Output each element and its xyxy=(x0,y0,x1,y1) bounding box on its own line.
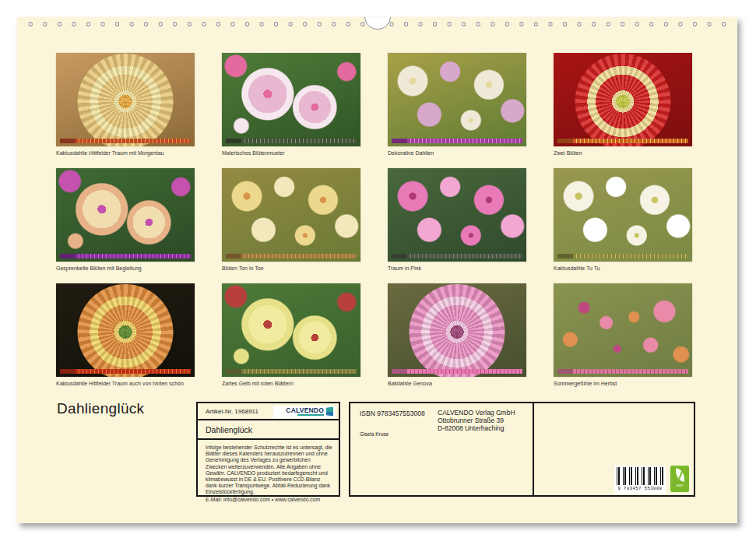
calendar-date-strip xyxy=(557,254,688,258)
photo-caption: Kaktusdahlie Tu Tu xyxy=(554,265,692,272)
dahlia-photo xyxy=(388,53,526,146)
calendar-thumbnail: Kaktusdahlie Hittfelder Traum auch von h… xyxy=(56,283,195,387)
dahlia-photo xyxy=(554,53,692,146)
eco-logo: eco xyxy=(670,466,689,492)
page-title: Dahlienglück xyxy=(57,400,144,417)
calvendo-flag-icon xyxy=(326,407,333,417)
dahlia-photo xyxy=(554,283,692,377)
calendar-thumbnail: Dekorative Dahlien xyxy=(388,53,526,156)
photo-caption: Kaktusdahlie Hittfelder Traum auch von h… xyxy=(56,380,195,387)
barcode-bars xyxy=(617,467,663,485)
calendar-thumbnail: Sommergefühle im Herbst xyxy=(554,283,692,387)
eco-label: eco xyxy=(677,483,683,487)
dahlia-photo xyxy=(56,283,195,377)
leaf-icon xyxy=(673,468,685,482)
calendar-date-strip xyxy=(392,254,522,258)
calendar-date-strip xyxy=(60,139,191,143)
calendar-thumbnail: Zartes Gelb mit roten Blättern xyxy=(222,283,360,387)
calendar-date-strip xyxy=(60,369,191,374)
barcode: 9 783457 553008 xyxy=(614,466,666,494)
calvendo-logo-text: CALVENDO xyxy=(286,407,324,413)
calendar-thumbnail: Blüten Ton in Ton xyxy=(222,168,360,272)
publisher-line: Ottobrunner Straße 39 xyxy=(438,417,515,424)
calendar-thumbnail: Gesprenkelte Blüten mit Begleitung xyxy=(56,168,195,272)
photo-caption: Malerisches Blütenmuster xyxy=(222,149,360,156)
isbn: ISBN 9783457553008 xyxy=(360,410,425,417)
calendar-thumbnail: Zwei Blüten xyxy=(554,53,692,156)
photo-caption: Traum in Pink xyxy=(388,265,526,272)
photo-caption: Balldahlie Genova xyxy=(388,380,526,387)
photo-caption: Sommergefühle im Herbst xyxy=(554,380,692,387)
dahlia-photo xyxy=(56,168,195,262)
calendar-date-strip xyxy=(226,369,357,374)
calendar-date-strip xyxy=(226,139,357,143)
calvendo-tagline-bar xyxy=(297,414,324,417)
calvendo-logo: CALVENDO xyxy=(273,406,336,418)
product-title: Dahlienglück xyxy=(198,420,339,434)
dahlia-photo xyxy=(222,53,360,146)
calendar-date-strip xyxy=(557,139,688,143)
photo-grid: Kaktusdahlie Hittfelder Traum mit Morgen… xyxy=(56,53,692,387)
calendar-date-strip xyxy=(557,369,688,374)
calendar-thumbnail: Traum in Pink xyxy=(388,168,526,272)
dahlia-photo xyxy=(56,53,195,146)
dahlia-photo xyxy=(388,283,526,377)
photo-caption: Zartes Gelb mit roten Blättern xyxy=(222,380,360,387)
calendar-thumbnail: Kaktusdahlie Tu Tu xyxy=(554,168,692,272)
divider xyxy=(533,403,534,495)
calendar-date-strip xyxy=(60,254,191,258)
dahlia-photo xyxy=(554,168,692,262)
dahlia-photo xyxy=(222,283,360,377)
photo-caption: Gesprenkelte Blüten mit Begleitung xyxy=(56,265,195,272)
photo-caption: Kaktusdahlie Hittfelder Traum mit Morgen… xyxy=(56,149,195,156)
calendar-thumbnail: Kaktusdahlie Hittfelder Traum mit Morgen… xyxy=(56,53,195,156)
article-number: Artikel-Nr. 1968911 xyxy=(206,408,258,415)
calendar-thumbnail: Balldahlie Genova xyxy=(388,283,526,387)
contact-line: E-Mail: info@calvendo.com • www.calvendo… xyxy=(206,497,332,503)
publisher-address: CALVENDO Verlag GmbH Ottobrunner Straße … xyxy=(438,409,515,432)
legal-text: Infolge bestehender Schutzrechte ist es … xyxy=(206,445,332,496)
dahlia-photo xyxy=(388,168,526,262)
barcode-digits: 9 783457 553008 xyxy=(617,486,663,491)
photo-caption: Dekorative Dahlien xyxy=(388,149,526,156)
dahlia-photo xyxy=(222,168,360,262)
product-title-row: Dahlienglück xyxy=(198,420,339,440)
author-name: Gisela Kruse xyxy=(360,431,389,437)
calendar-date-strip xyxy=(226,254,357,258)
article-row: Artikel-Nr. 1968911 CALVENDO xyxy=(198,403,339,420)
hanger-notch xyxy=(364,17,391,30)
photo-caption: Blüten Ton in Ton xyxy=(222,265,360,272)
info-box: Artikel-Nr. 1968911 CALVENDO Dahlienglüc… xyxy=(196,402,340,497)
publisher-line: D-82008 Unterhaching xyxy=(438,424,515,432)
legal-row: Infolge bestehender Schutzrechte ist es … xyxy=(198,440,339,503)
calendar-date-strip xyxy=(392,139,522,143)
calendar-thumbnail: Malerisches Blütenmuster xyxy=(222,53,360,156)
publisher-line: CALVENDO Verlag GmbH xyxy=(438,409,515,417)
publisher-box: ISBN 9783457553008 CALVENDO Verlag GmbH … xyxy=(349,402,695,497)
calendar-back-page: Kaktusdahlie Hittfelder Traum mit Morgen… xyxy=(17,17,737,523)
calendar-date-strip xyxy=(392,369,522,374)
photo-caption: Zwei Blüten xyxy=(554,149,692,156)
